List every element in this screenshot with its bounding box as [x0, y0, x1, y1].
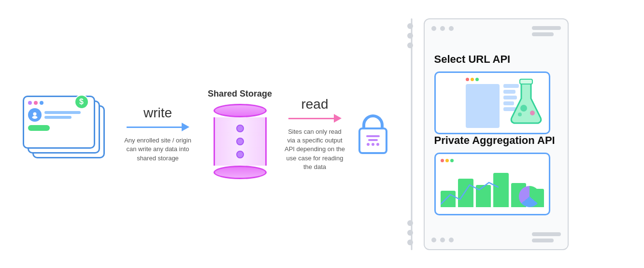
write-label: write [143, 105, 172, 121]
cylinder-top [214, 104, 267, 117]
lock-icon [358, 114, 387, 154]
browser-dot-red [466, 78, 469, 81]
card-button [28, 125, 50, 131]
read-description: Sites can only read via a specific outpu… [284, 127, 346, 171]
divider-line [411, 18, 412, 250]
lock-dot [372, 143, 374, 146]
divider-dot [407, 240, 413, 245]
shared-storage-section: Shared Storage [197, 89, 284, 179]
card-avatar-icon [28, 108, 42, 122]
lock-line [368, 139, 378, 141]
lock-shackle [362, 114, 384, 129]
card-avatar-row [28, 108, 90, 122]
card-dot [40, 101, 43, 105]
chart-bar-2 [458, 179, 473, 207]
bg-dot [431, 26, 436, 31]
bg-lines-bottom [532, 232, 561, 242]
card-lines [44, 111, 90, 119]
bg-dot [449, 26, 454, 31]
bg-dot [449, 238, 454, 242]
cylinder-dot [236, 138, 244, 145]
bg-bar [532, 232, 561, 236]
browser-left-col [466, 84, 500, 128]
site-cards: $ [23, 96, 110, 173]
write-description: Any enrolled site / origin can write any… [122, 136, 194, 163]
read-arrow [288, 114, 342, 123]
arrow-head-pink [334, 114, 342, 123]
bg-dots-top [431, 26, 454, 31]
arrow-line-pink [288, 118, 334, 119]
lock-body [358, 127, 387, 154]
chart-browser-dots [441, 159, 544, 162]
main-diagram: $ write Any enrolled site / origin can w… [13, 9, 631, 260]
browser-dot-yellow [445, 159, 449, 162]
arrow-line [127, 127, 182, 128]
chart-bar-1 [441, 191, 456, 207]
svg-point-4 [530, 111, 535, 115]
site-card-front: $ [23, 96, 95, 149]
card-dot [28, 101, 32, 105]
divider-dot [407, 23, 413, 29]
browser-dot-yellow [471, 78, 474, 81]
pie-chart-icon [519, 186, 540, 207]
svg-point-5 [518, 113, 522, 116]
chart-bar-3 [476, 185, 491, 207]
lock-line [366, 135, 380, 137]
bg-dot [440, 26, 445, 31]
divider-dot [407, 33, 413, 39]
lock-dot [367, 143, 370, 146]
cylinder-dot [236, 151, 244, 158]
browser-dot-green [475, 78, 479, 81]
divider-dots-top [410, 23, 413, 48]
bg-dots-bottom [431, 238, 454, 242]
private-agg-api-card: Private Aggregation API [434, 134, 558, 215]
flask-icon [509, 77, 543, 127]
cylinder-dot [236, 125, 244, 132]
card-line [44, 116, 72, 119]
divider-dots-bottom [410, 220, 413, 245]
bg-lines-top [532, 26, 561, 36]
divider-dot [407, 220, 413, 226]
lock-dot [376, 143, 379, 146]
bg-bar [532, 239, 554, 242]
storage-cylinder [214, 104, 267, 179]
cylinder-body [214, 117, 267, 166]
bg-dot [440, 238, 445, 242]
write-arrow-section: write Any enrolled site / origin can wri… [119, 105, 197, 163]
browser-dot-red [441, 159, 444, 162]
bg-bar [532, 32, 554, 36]
select-url-api-card: Select URL API [434, 53, 558, 134]
read-label: read [301, 97, 328, 112]
select-url-illustration [434, 71, 550, 134]
card-dot [34, 101, 38, 105]
private-agg-illustration [434, 153, 550, 215]
lock-dots-row [367, 143, 379, 146]
divider-dot [407, 42, 413, 48]
lock-lines [366, 135, 380, 141]
private-agg-title: Private Aggregation API [434, 134, 558, 147]
svg-point-0 [33, 112, 36, 115]
dollar-badge-icon: $ [74, 95, 89, 109]
svg-point-3 [520, 105, 527, 112]
divider-dot [407, 230, 413, 236]
read-arrow-section: read Sites can only read via a specific … [284, 97, 346, 171]
arrow-head [182, 123, 189, 131]
chart-bar-4 [493, 173, 509, 207]
card-line [44, 111, 81, 114]
cylinder-bottom [214, 166, 267, 179]
svg-rect-2 [520, 79, 532, 84]
bg-dot [431, 238, 436, 242]
storage-label: Shared Storage [208, 89, 272, 99]
select-url-title: Select URL API [434, 53, 558, 66]
bg-bar [532, 26, 561, 30]
svg-point-1 [32, 116, 37, 119]
write-arrow [127, 123, 189, 131]
right-panel: Select URL API [424, 18, 569, 250]
site-cards-section: $ [13, 96, 119, 173]
divider [400, 18, 424, 250]
browser-dot-green [450, 159, 454, 162]
lock-section [346, 114, 400, 154]
